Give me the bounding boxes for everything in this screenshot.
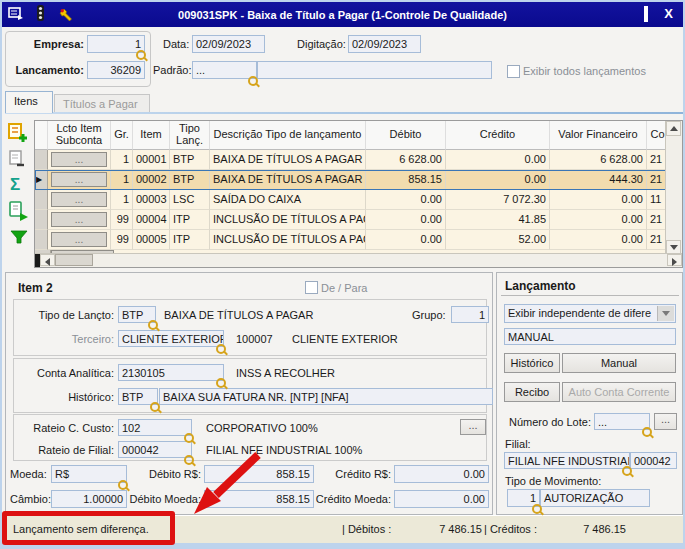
cell-tipo[interactable]: BTP (170, 170, 210, 190)
cell-descricao[interactable]: SAÍDA DO CAIXA (210, 190, 366, 210)
exibir-dropdown[interactable]: Exibir independente de difere (504, 304, 676, 323)
rateio-custo-more-button[interactable]: ... (460, 419, 486, 435)
remove-item-icon[interactable] (9, 150, 31, 172)
digitacao-field[interactable]: 02/09/2023 (348, 35, 421, 53)
cell-descricao[interactable]: BAIXA DE TÍTULOS A PAGAR (210, 170, 366, 190)
filial-code-field[interactable]: 000042 (630, 452, 677, 469)
historico-button[interactable]: Histórico (504, 353, 560, 373)
cell-valor[interactable]: 444.30 (550, 170, 647, 190)
col-debito[interactable]: Débito (366, 121, 446, 150)
traffic-light-icon[interactable] (36, 5, 45, 24)
title-bar[interactable]: 009031SPK - Baixa de Título a Pagar (1-C… (2, 2, 683, 27)
sum-icon[interactable]: Σ (10, 175, 32, 197)
form-icon[interactable] (8, 6, 24, 23)
col-credito[interactable]: Crédito (446, 121, 550, 150)
copy-export-icon[interactable] (9, 201, 31, 223)
row-selector[interactable] (35, 210, 48, 230)
moeda-field[interactable]: R$ (51, 465, 127, 483)
cell-descricao[interactable]: BAIXA DE TÍTULOS A PAGAR (210, 150, 366, 170)
row-selector-active[interactable]: ▶ (35, 170, 48, 190)
numero-lote-more-button[interactable]: ... (654, 413, 677, 430)
cell-credito[interactable]: 7 072.30 (446, 190, 550, 210)
cell-descricao[interactable]: INCLUSÃO DE TÍTULOS A PAGAR (210, 210, 366, 230)
de-para-checkbox[interactable] (305, 281, 318, 294)
subconta-button[interactable]: ... (51, 232, 107, 247)
recibo-button[interactable]: Recibo (504, 382, 560, 402)
cell-gr[interactable]: 99 (111, 210, 133, 230)
table-row[interactable]: ... 99 00004 ITP INCLUSÃO DE TÍTULOS A P… (35, 210, 682, 230)
cell-credito[interactable]: 0.00 (446, 150, 550, 170)
filter-icon[interactable] (10, 230, 32, 252)
padrao-field[interactable]: ... (192, 61, 257, 79)
cell-credito[interactable]: 0.00 (446, 170, 550, 190)
cell-debito[interactable]: 0.00 (366, 190, 446, 210)
cell-debito[interactable]: 6 628.00 (366, 150, 446, 170)
cell-descricao[interactable]: INCLUSÃO DE TÍTULOS A PAGAR (210, 230, 366, 250)
vertical-scrollbar[interactable] (665, 121, 682, 256)
historico-lookup-icon[interactable] (150, 402, 160, 412)
row-selector[interactable] (35, 190, 48, 210)
cell-item[interactable]: 00004 (133, 210, 170, 230)
subconta-button[interactable]: ... (51, 192, 107, 207)
subconta-button[interactable]: ... (51, 152, 107, 167)
moeda-lookup-icon[interactable] (118, 480, 128, 490)
scroll-right-button[interactable] (667, 254, 682, 266)
cell-item[interactable]: 00002 (133, 170, 170, 190)
auto-conta-corrente-button[interactable]: Auto Conta Corrente (562, 382, 676, 402)
grupo-field[interactable]: 1 (451, 306, 489, 323)
filial-lookup-icon[interactable] (622, 466, 632, 476)
add-item-icon[interactable] (8, 123, 30, 145)
scrollbar-thumb[interactable] (55, 254, 93, 266)
close-button[interactable]: X (664, 6, 673, 22)
padrao-desc-field[interactable] (257, 61, 492, 79)
cell-debito[interactable]: 858.15 (366, 170, 446, 190)
scroll-left-button[interactable] (40, 254, 55, 266)
tipo-lancto-lookup-icon[interactable] (148, 320, 158, 330)
rateio-custo-lookup-icon[interactable] (184, 433, 194, 443)
tab-itens[interactable]: Itens (5, 91, 53, 113)
subconta-button[interactable]: ... (51, 212, 107, 227)
table-row[interactable]: ... 1 00001 BTP BAIXA DE TÍTULOS A PAGAR… (35, 150, 682, 170)
rateio-filial-field[interactable]: 000042 (118, 441, 192, 458)
tipo-movimento-lookup-icon[interactable] (532, 504, 542, 514)
cell-tipo[interactable]: LSC (170, 190, 210, 210)
cell-valor[interactable]: 0.00 (550, 230, 647, 250)
cell-tipo[interactable]: BTP (170, 150, 210, 170)
manual-button[interactable]: Manual (562, 353, 676, 373)
wrench-icon[interactable] (57, 6, 74, 24)
cambio-field[interactable]: 1.00000 (51, 490, 127, 508)
table-row[interactable]: ... 99 00005 ITP INCLUSÃO DE TÍTULOS A P… (35, 230, 682, 250)
terceiro-field[interactable]: CLIENTE EXTERIOR (118, 330, 224, 347)
cell-item[interactable]: 00005 (133, 230, 170, 250)
col-subconta[interactable]: Lcto Item Subconta (48, 121, 111, 150)
data-field[interactable]: 02/09/2023 (192, 35, 265, 53)
col-item[interactable]: Item (133, 121, 170, 150)
cell-gr[interactable]: 1 (111, 170, 133, 190)
rateio-custo-field[interactable]: 102 (118, 419, 192, 436)
cell-valor[interactable]: 0.00 (550, 210, 647, 230)
empresa-lookup-icon[interactable] (136, 50, 146, 60)
cell-gr[interactable]: 99 (111, 230, 133, 250)
cell-credito[interactable]: 52.00 (446, 230, 550, 250)
table-row[interactable]: ... 1 00003 LSC SAÍDA DO CAIXA 0.00 7 07… (35, 190, 682, 210)
tab-titulos-a-pagar[interactable]: Títulos a Pagar (54, 94, 150, 114)
cell-gr[interactable]: 1 (111, 190, 133, 210)
cell-tipo[interactable]: ITP (170, 210, 210, 230)
numero-lote-lookup-icon[interactable] (642, 427, 652, 437)
chevron-down-icon[interactable] (657, 306, 674, 321)
debito-moeda-field[interactable]: 858.15 (204, 490, 314, 508)
tipo-movimento-desc-field[interactable]: AUTORIZAÇÃO (540, 489, 650, 507)
credito-moeda-field[interactable]: 0.00 (394, 490, 489, 508)
conta-analitica-lookup-icon[interactable] (216, 378, 226, 388)
terceiro-lookup-icon[interactable] (216, 344, 226, 354)
rateio-filial-lookup-icon[interactable] (184, 455, 194, 465)
col-descricao[interactable]: Descrição Tipo de lançamento (210, 121, 366, 150)
col-valor-financeiro[interactable]: Valor Financeiro (550, 121, 647, 150)
cell-item[interactable]: 00001 (133, 150, 170, 170)
cell-valor[interactable]: 6 628.00 (550, 150, 647, 170)
exibir-todos-checkbox[interactable] (507, 65, 520, 78)
cell-debito[interactable]: 0.00 (366, 230, 446, 250)
subconta-button[interactable]: ... (51, 172, 107, 187)
row-selector[interactable] (35, 230, 48, 250)
credito-rs-field[interactable]: 0.00 (394, 465, 489, 483)
